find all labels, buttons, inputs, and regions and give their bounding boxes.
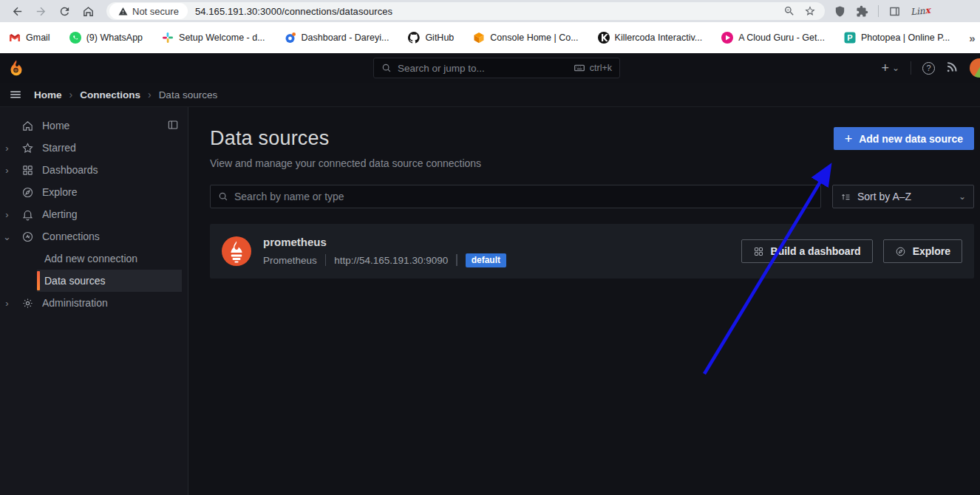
breadcrumb-bar: Home › Connections › Data sources (0, 83, 980, 107)
search-icon (381, 63, 392, 73)
darey-icon (285, 32, 296, 44)
breadcrumb-home[interactable]: Home (34, 89, 62, 100)
whatsapp-icon (69, 32, 81, 44)
build-dashboard-label: Build a dashboard (771, 245, 861, 257)
main-content: Data sources + Add new data source View … (188, 107, 980, 495)
add-new-data-source-button[interactable]: + Add new data source (834, 127, 974, 150)
bookmark-whatsapp[interactable]: (9) WhatsApp (69, 32, 143, 44)
default-badge: default (466, 253, 506, 267)
killercoda-icon (598, 32, 610, 44)
forward-icon[interactable] (34, 4, 47, 18)
plug-icon (20, 229, 35, 244)
menu-toggle-icon[interactable] (9, 88, 22, 101)
sidebar-item-dashboards[interactable]: › Dashboards (0, 159, 188, 181)
adblock-shield-icon[interactable] (834, 5, 846, 18)
bookmark-label: Console Home | Co... (490, 33, 578, 43)
datasource-url: http://54.165.191.30:9090 (334, 255, 448, 266)
bookmark-label: A Cloud Guru - Get... (738, 33, 825, 43)
build-dashboard-button[interactable]: Build a dashboard (741, 239, 873, 263)
sidebar-item-explore[interactable]: Explore (0, 181, 188, 203)
back-icon[interactable] (10, 4, 24, 18)
chevron-right-icon[interactable]: › (2, 209, 12, 220)
collapse-sidebar-icon[interactable] (167, 119, 179, 133)
breadcrumb-current: Data sources (159, 89, 218, 100)
global-search-input[interactable] (398, 63, 568, 74)
extensions-puzzle-icon[interactable] (856, 5, 868, 18)
bookmark-aws-console[interactable]: Console Home | Co... (473, 32, 578, 44)
sidebar-item-data-sources[interactable]: Data sources (37, 270, 182, 292)
sidebar-item-home[interactable]: Home (0, 115, 188, 137)
bookmark-killercoda[interactable]: Killercoda Interactiv... (598, 32, 703, 44)
side-panel-icon[interactable] (888, 5, 901, 18)
browser-profile-avatar[interactable]: Linx (910, 5, 930, 18)
sidebar-item-label: Explore (42, 186, 77, 198)
screen: Not secure 54.165.191.30:3000/connection… (0, 0, 980, 495)
bookmark-darey[interactable]: Dashboard - Dareyi... (285, 32, 389, 44)
prometheus-logo[interactable] (222, 236, 251, 266)
chevron-right-icon[interactable]: › (2, 165, 12, 176)
grafana-logo[interactable] (7, 59, 25, 77)
global-search[interactable]: ctrl+k (373, 58, 620, 78)
bookmarks-overflow-icon[interactable]: » (969, 32, 978, 44)
bookmark-gmail[interactable]: Gmail (9, 32, 50, 44)
url-text: 54.165.191.30:3000/connections/datasourc… (195, 6, 392, 17)
compass-icon (20, 185, 35, 199)
dashboards-icon (20, 163, 35, 177)
profile-accent: x (925, 5, 931, 16)
sidebar-item-label: Add new connection (44, 253, 137, 264)
sidebar-item-add-new-connection[interactable]: Add new connection (37, 248, 182, 270)
bookmark-github[interactable]: GitHub (408, 32, 454, 44)
sidebar-item-starred[interactable]: › Starred (0, 137, 188, 159)
browser-home-icon[interactable] (81, 4, 95, 18)
chevron-right-icon[interactable]: › (2, 143, 12, 154)
explore-button[interactable]: Explore (883, 239, 962, 263)
profile-name: Lin (910, 5, 925, 17)
bookmarks-bar: Gmail (9) WhatsApp Setup Welcome - d... … (0, 22, 980, 53)
shortcut-label: ctrl+k (590, 63, 612, 73)
address-bar[interactable]: Not secure 54.165.191.30:3000/connection… (106, 2, 825, 20)
zoom-icon[interactable] (783, 5, 795, 17)
sort-dropdown[interactable]: Sort by A–Z ⌄ (832, 185, 974, 208)
new-menu-button[interactable]: + ⌄ (881, 61, 899, 75)
compass-icon (895, 246, 906, 257)
chevron-right-icon[interactable]: › (2, 298, 12, 309)
refresh-icon[interactable] (58, 4, 71, 18)
sidebar-item-administration[interactable]: › Administration (0, 292, 188, 314)
security-chip[interactable]: Not secure (109, 3, 188, 19)
dashboard-grid-icon (753, 246, 764, 257)
security-label: Not secure (132, 6, 179, 17)
help-icon[interactable]: ? (922, 62, 935, 75)
gmail-icon (9, 32, 21, 44)
sidebar-item-label: Alerting (42, 208, 77, 220)
star-icon (20, 140, 35, 155)
breadcrumb-connections[interactable]: Connections (80, 89, 140, 100)
news-icon[interactable] (946, 61, 959, 76)
sidebar: Home › Starred › Dashboards Explore › (0, 107, 188, 495)
bookmark-photopea[interactable]: P Photopea | Online P... (844, 32, 950, 44)
toolbar-divider (878, 5, 879, 17)
bookmark-slack[interactable]: Setup Welcome - d... (162, 32, 265, 44)
sidebar-item-label: Administration (42, 297, 108, 309)
datasource-name[interactable]: prometheus (263, 236, 506, 248)
sidebar-item-alerting[interactable]: › Alerting (0, 203, 188, 225)
search-icon (218, 191, 228, 202)
bookmark-label: Photopea | Online P... (861, 33, 950, 43)
svg-text:P: P (847, 33, 852, 42)
bookmark-star-icon[interactable] (804, 5, 816, 17)
warning-icon (118, 7, 128, 16)
header-divider (911, 61, 911, 75)
datasource-search-input[interactable] (234, 191, 813, 202)
aws-icon (473, 32, 485, 44)
photopea-icon: P (844, 32, 856, 44)
home-icon (20, 118, 35, 133)
sidebar-item-label: Home (42, 120, 69, 132)
user-avatar[interactable] (970, 58, 980, 78)
bell-icon (20, 207, 35, 222)
bookmark-acloudguru[interactable]: A Cloud Guru - Get... (721, 32, 825, 44)
datasource-search[interactable] (210, 185, 821, 208)
plus-icon: + (845, 132, 853, 146)
sidebar-item-connections[interactable]: ⌄ Connections (0, 225, 188, 248)
add-button-label: Add new data source (859, 133, 963, 145)
chevron-down-icon[interactable]: ⌄ (2, 231, 12, 242)
chevron-down-icon: ⌄ (959, 192, 966, 201)
